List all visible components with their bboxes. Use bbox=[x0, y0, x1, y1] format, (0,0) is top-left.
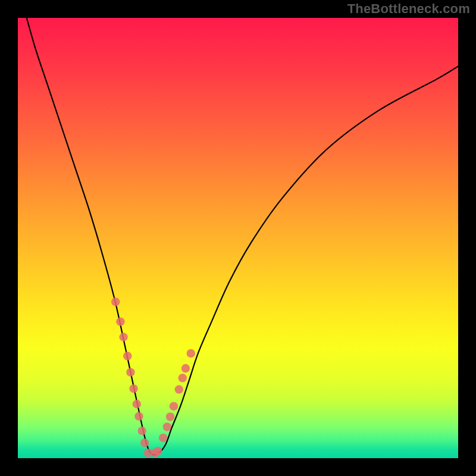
marker-dot bbox=[119, 333, 127, 341]
marker-dot bbox=[111, 298, 120, 306]
marker-dot bbox=[133, 400, 141, 408]
watermark-text: TheBottleneck.com bbox=[347, 1, 470, 17]
marker-group bbox=[111, 298, 195, 457]
marker-dot bbox=[187, 349, 195, 358]
chart-stage: TheBottleneck.com bbox=[0, 0, 476, 476]
marker-dot bbox=[137, 427, 146, 435]
marker-dot bbox=[140, 439, 149, 447]
marker-dot bbox=[154, 447, 162, 455]
marker-dot bbox=[116, 317, 124, 325]
marker-dot bbox=[126, 368, 134, 377]
marker-dot bbox=[170, 402, 178, 410]
marker-dot bbox=[134, 412, 143, 421]
marker-dot bbox=[181, 364, 190, 372]
marker-dot bbox=[178, 374, 187, 382]
marker-dot bbox=[129, 384, 137, 393]
marker-dot bbox=[163, 422, 171, 431]
marker-dot bbox=[123, 352, 131, 360]
bottleneck-curve bbox=[27, 18, 458, 455]
marker-dot bbox=[175, 385, 183, 393]
plot-area bbox=[18, 18, 458, 458]
marker-dot bbox=[166, 412, 174, 421]
curve-layer bbox=[18, 18, 458, 458]
marker-dot bbox=[159, 434, 167, 442]
